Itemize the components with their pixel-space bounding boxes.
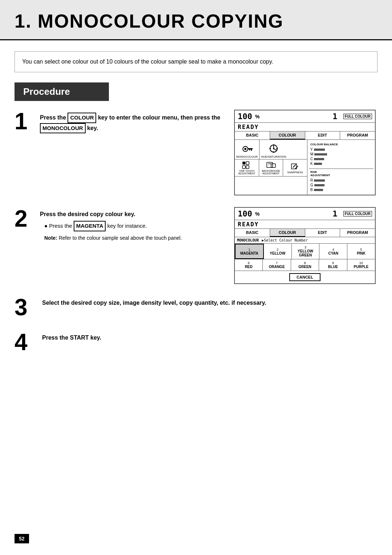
step-1-left: 1 Press the COLOUR key to enter the colo… [15, 110, 228, 135]
tab-program[interactable]: PROGRAM [340, 131, 375, 139]
one-touch-icon-cell[interactable]: ONE TOUCHADJUSTMENT [235, 159, 259, 176]
step-1-row: 1 Press the COLOUR key to enter the colo… [15, 110, 377, 195]
screen1-pct-sign: % [255, 114, 260, 119]
svg-rect-19 [267, 162, 273, 167]
svg-point-8 [273, 148, 274, 149]
screen2-pct-sign: % [255, 211, 260, 217]
screen1-icon-row1: MONOCOLOUR [235, 140, 307, 159]
tab-edit[interactable]: EDIT [305, 131, 340, 139]
screen1-full-colour: FULL COLOUR [343, 114, 372, 119]
sharpness-icon-cell[interactable]: SHARPNESS [283, 159, 307, 176]
svg-line-23 [293, 165, 296, 167]
step-3-content: Select the desired copy size, image dens… [42, 296, 377, 309]
steps-area: 1 Press the COLOUR key to enter the colo… [15, 110, 377, 365]
step-1-number: 1 [15, 110, 36, 133]
step-2-row: 2 Press the desired copy colour key. Pre… [15, 207, 377, 284]
colour-btn-blue[interactable]: 9 BLUE [319, 259, 347, 271]
magenta-key: MAGENTA [74, 221, 106, 231]
s2-tab-basic[interactable]: BASIC [235, 229, 270, 237]
tab-colour[interactable]: COLOUR [270, 131, 305, 139]
step-2-text: Press the desired copy colour key. [40, 210, 228, 219]
bg-adj-icon-cell[interactable]: BACKGROUNDADJUSTMENT [259, 159, 283, 176]
step-3-number: 3 [15, 296, 36, 319]
colour-btn-pink[interactable]: 5 PINK [347, 244, 375, 259]
one-touch-label: ONE TOUCHADJUSTMENT [238, 170, 255, 175]
hue-sat-icon: - + [267, 142, 280, 155]
bg-adj-label: BACKGROUNDADJUSTMENT [262, 170, 280, 175]
svg-rect-20 [271, 164, 275, 167]
svg-rect-15 [242, 162, 245, 165]
cancel-button[interactable]: CANCEL [289, 273, 320, 281]
screen2-percent: 100 [238, 209, 252, 218]
screen2-full-colour: FULL COLOUR [343, 211, 372, 216]
screen2-colours-row1: 1 MAGENTA 2 YELLOW 3 YELLOWGREEN [235, 244, 375, 259]
step-1-text: Press the COLOUR key to enter the colour… [40, 113, 228, 133]
svg-rect-17 [242, 166, 245, 169]
s2-monocolour-label: MONOCOLOUR [237, 238, 259, 242]
screen1-ready: READY [235, 123, 375, 131]
step-2-left: 2 Press the desired copy colour key. Pre… [15, 207, 228, 242]
step-2-content: Press the desired copy colour key. Press… [40, 207, 228, 242]
monocolour-icon-cell[interactable]: MONOCOLOUR [235, 140, 260, 159]
screen1-right-col: COLOUR BALANCE Y M C K [307, 140, 375, 195]
monocolour-icon [241, 142, 254, 155]
screen2-top-bar: 100 % 1 FULL COLOUR [235, 208, 375, 220]
screen2-copies: 1 [332, 209, 337, 218]
page-title: 1. MONOCOLOUR COPYING [15, 10, 377, 32]
screen1-mockup: 100 % 1 FULL COLOUR READY BASIC COLOUR E… [234, 110, 376, 195]
screen2-tabs: BASIC COLOUR EDIT PROGRAM [235, 229, 375, 237]
s2-select-label: ▶Select Colour Number [262, 238, 307, 242]
svg-rect-2 [248, 148, 253, 149]
screen1-body: MONOCOLOUR [235, 140, 375, 195]
step-2-bullet: Press the MAGENTA key for instance. [44, 221, 228, 231]
step-1-screen: 100 % 1 FULL COLOUR READY BASIC COLOUR E… [234, 110, 377, 195]
svg-rect-4 [249, 149, 250, 150]
colour-btn-magenta[interactable]: 1 MAGENTA [235, 244, 264, 259]
monocolour-key: MONOCOLOUR [40, 123, 86, 134]
screen1-percent: 100 [238, 112, 252, 121]
svg-point-1 [244, 148, 246, 150]
step-4-text: Press the START key. [42, 333, 377, 342]
s2-tab-edit[interactable]: EDIT [305, 229, 340, 237]
svg-rect-18 [246, 166, 249, 169]
sharpness-label: SHARPNESS [287, 171, 303, 174]
ymck-bars: Y M C K [310, 147, 372, 166]
step-3-text: Select the desired copy size, image dens… [42, 299, 377, 307]
colour-btn-yellow[interactable]: 2 YELLOW [264, 244, 292, 259]
step-4-content: Press the START key. [42, 331, 377, 344]
svg-rect-16 [246, 162, 249, 165]
step-2-screen: 100 % 1 FULL COLOUR READY BASIC COLOUR E… [234, 207, 377, 284]
colour-btn-orange[interactable]: 7 ORANGE [263, 259, 291, 271]
colour-btn-red[interactable]: 6 RED [235, 259, 263, 271]
colour-key: COLOUR [68, 113, 96, 123]
screen2-colours-row2: 6 RED 7 ORANGE 8 GREEN [235, 259, 375, 271]
page-header: 1. MONOCOLOUR COPYING [0, 0, 392, 40]
step-2-number: 2 [15, 207, 36, 230]
screen2-cancel-row: CANCEL [235, 271, 375, 283]
hue-sat-icon-cell[interactable]: - + HUE/SATURATION [260, 140, 287, 159]
rgb-bars: R G B [310, 178, 372, 192]
tab-basic[interactable]: BASIC [235, 131, 270, 139]
svg-rect-3 [251, 149, 252, 151]
procedure-header: Procedure [15, 82, 109, 101]
hue-sat-label: HUE/SATURATION [261, 155, 286, 158]
page-number: 52 [15, 534, 29, 543]
step-4-number: 4 [15, 331, 36, 354]
svg-text:+: + [276, 148, 277, 150]
step-2-note: Note: Refer to the colour sample seal ab… [44, 234, 228, 242]
screen1-tabs: BASIC COLOUR EDIT PROGRAM [235, 131, 375, 140]
colour-btn-yellow-green[interactable]: 3 YELLOWGREEN [292, 244, 320, 259]
intro-text: You can select one colour out of 10 colo… [22, 58, 273, 65]
colour-btn-cyan[interactable]: 4 CYAN [319, 244, 347, 259]
screen1-top-bar: 100 % 1 FULL COLOUR [235, 110, 375, 123]
screen1-icons-col: MONOCOLOUR [235, 140, 307, 195]
colour-btn-purple[interactable]: 10 PURPLE [347, 259, 375, 271]
colour-btn-green[interactable]: 8 GREEN [291, 259, 319, 271]
screen1-copies: 1 [332, 112, 337, 121]
svg-text:-: - [272, 150, 273, 152]
monocolour-label: MONOCOLOUR [236, 155, 258, 158]
screen2-ready: READY [235, 220, 375, 229]
step-1-content: Press the COLOUR key to enter the colour… [40, 110, 228, 135]
s2-tab-program[interactable]: PROGRAM [340, 229, 375, 237]
s2-tab-colour[interactable]: COLOUR [270, 229, 305, 237]
